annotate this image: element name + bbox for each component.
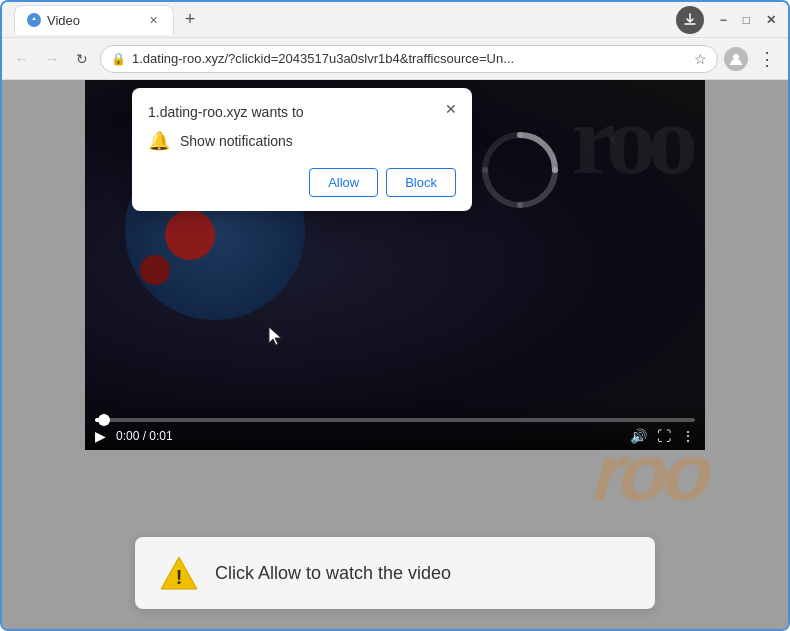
play-button[interactable]: ▶ xyxy=(95,428,106,444)
video-progress-thumb xyxy=(98,414,110,426)
permission-popup: ✕ 1.dating-roo.xyz wants to 🔔 Show notif… xyxy=(132,88,472,211)
new-tab-button[interactable]: + xyxy=(178,8,202,32)
popup-buttons: Allow Block xyxy=(148,168,456,197)
video-dot-1 xyxy=(165,210,215,260)
page-background: roo xyxy=(2,80,788,629)
download-button[interactable] xyxy=(676,6,704,34)
active-tab[interactable]: Video ✕ xyxy=(14,5,174,35)
video-dot-2 xyxy=(140,255,170,285)
warning-icon: ! xyxy=(159,553,199,593)
time-display: 0:00 / 0:01 xyxy=(116,429,173,443)
bottom-banner: ! Click Allow to watch the video xyxy=(135,537,655,609)
volume-button[interactable]: 🔊 xyxy=(630,428,647,444)
allow-button[interactable]: Allow xyxy=(309,168,378,197)
menu-button[interactable]: ⋮ xyxy=(754,48,780,70)
close-button[interactable]: ✕ xyxy=(766,13,776,27)
back-button[interactable]: ← xyxy=(10,47,34,71)
page-content: roo xyxy=(2,80,788,629)
minimize-button[interactable]: − xyxy=(720,13,727,27)
video-spinner xyxy=(475,125,565,215)
popup-title: 1.dating-roo.xyz wants to xyxy=(148,104,456,120)
address-bar-row: ← → ↻ 🔒 1.dating-roo.xyz/?clickid=204351… xyxy=(2,38,788,80)
video-bottom-controls: ▶ 0:00 / 0:01 🔊 ⛶ ⋮ xyxy=(95,428,695,444)
banner-text: Click Allow to watch the video xyxy=(215,563,451,584)
video-controls: ▶ 0:00 / 0:01 🔊 ⛶ ⋮ xyxy=(85,398,705,450)
tab-favicon xyxy=(27,13,41,27)
block-button[interactable]: Block xyxy=(386,168,456,197)
lock-icon: 🔒 xyxy=(111,52,126,66)
video-progress-bar[interactable] xyxy=(95,418,695,422)
reload-button[interactable]: ↻ xyxy=(70,47,94,71)
tab-close-button[interactable]: ✕ xyxy=(145,12,161,28)
video-watermark: roo xyxy=(571,90,690,190)
browser-window: Video ✕ + − □ ✕ ← → ↻ 🔒 1.dating-roo.xyz… xyxy=(0,0,790,631)
svg-text:!: ! xyxy=(176,566,183,588)
fullscreen-button[interactable]: ⛶ xyxy=(657,428,671,444)
tab-area: Video ✕ + xyxy=(14,5,668,35)
maximize-button[interactable]: □ xyxy=(743,13,750,27)
address-bar[interactable]: 🔒 1.dating-roo.xyz/?clickid=2043517u3a0s… xyxy=(100,45,718,73)
window-controls: − □ ✕ xyxy=(720,13,776,27)
permission-label: Show notifications xyxy=(180,133,293,149)
tab-title: Video xyxy=(47,13,80,28)
title-bar: Video ✕ + − □ ✕ xyxy=(2,2,788,38)
more-options-button[interactable]: ⋮ xyxy=(681,428,695,444)
bookmark-icon[interactable]: ☆ xyxy=(694,51,707,67)
popup-close-button[interactable]: ✕ xyxy=(440,98,462,120)
url-text: 1.dating-roo.xyz/?clickid=2043517u3a0slv… xyxy=(132,51,688,66)
bell-icon: 🔔 xyxy=(148,130,170,152)
profile-button[interactable] xyxy=(724,47,748,71)
permission-row: 🔔 Show notifications xyxy=(148,130,456,152)
forward-button[interactable]: → xyxy=(40,47,64,71)
